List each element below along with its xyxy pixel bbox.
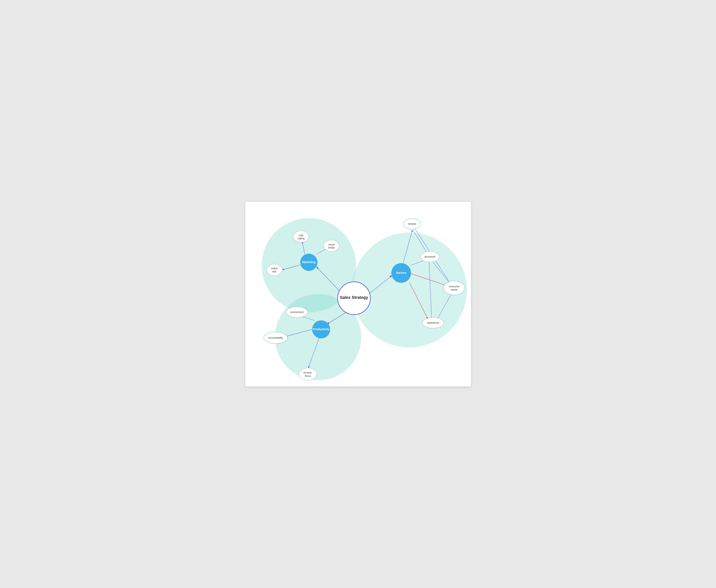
personnel-label: personnel: [424, 255, 435, 258]
productivity-label: Productivity: [313, 327, 329, 331]
service-label: Service: [396, 271, 406, 274]
cold-calling-label: cold: [299, 234, 303, 237]
social-media-label: social: [328, 243, 335, 246]
accountability-label: accountability: [268, 336, 283, 339]
social-media-label2: media: [328, 246, 335, 249]
environment-label: environment: [290, 311, 304, 314]
online-ads-label2: ads: [272, 270, 276, 273]
consumer-needs-label: consumer: [449, 285, 460, 288]
marketing-label: Marketing: [302, 260, 315, 264]
center-node-label: Sales Strategy: [340, 295, 368, 300]
experience-label: experience: [427, 321, 439, 324]
consumer-needs-label2: needs: [451, 288, 458, 291]
mind-map-card: Sales Strategy Marketing Service Product…: [245, 202, 471, 386]
income-focus-label: income-: [303, 371, 312, 374]
reviews-label: reviews: [408, 223, 416, 225]
online-ads-label: online: [271, 267, 277, 270]
income-focus-label2: focus: [305, 375, 311, 377]
cold-calling-label2: calling: [297, 237, 304, 240]
